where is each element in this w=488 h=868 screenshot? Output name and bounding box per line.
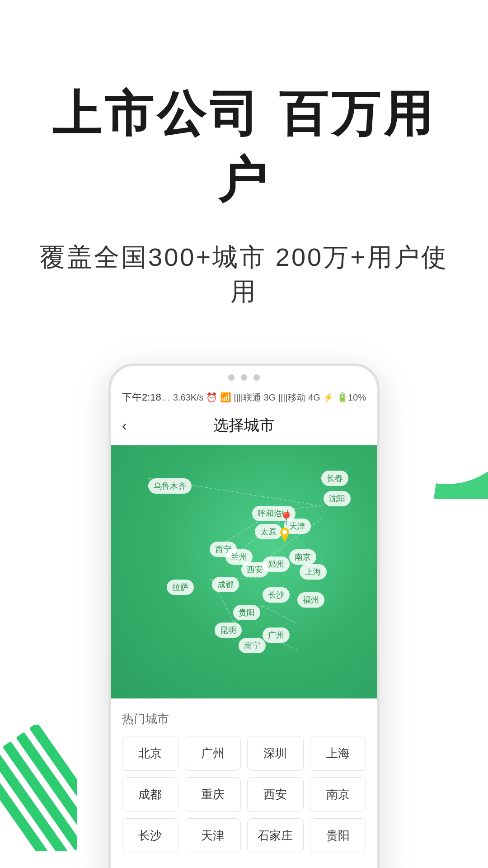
phone-top [111, 366, 377, 387]
map-city-label[interactable]: 拉萨 [167, 580, 194, 595]
map-city-label[interactable]: 成都 [212, 577, 239, 592]
city-button[interactable]: 上海 [310, 736, 366, 771]
phone-mockup: 下午2:18 … 3.63K/s ⏰ 📶 ||||联通 3G ||||移动 4G… [108, 363, 380, 868]
svg-line-9 [263, 606, 297, 623]
map-city-label[interactable]: 乌鲁木齐 [148, 478, 192, 494]
map-area[interactable]: .route { stroke: rgba(255,255,255,0.4); … [111, 445, 377, 698]
hot-cities-title: 热门城市 [122, 711, 366, 727]
city-button[interactable]: 西安 [247, 777, 304, 812]
stripe-decoration [0, 725, 77, 851]
city-button[interactable]: 南京 [310, 777, 366, 812]
city-button[interactable]: 深圳 [247, 736, 304, 771]
city-button[interactable]: 广州 [185, 736, 241, 771]
city-button[interactable]: 贵阳 [310, 818, 366, 853]
status-bar: 下午2:18 … 3.63K/s ⏰ 📶 ||||联通 3G ||||移动 4G… [111, 387, 377, 408]
map-city-label[interactable]: 太原 [255, 524, 282, 539]
map-city-label[interactable]: 广州 [263, 627, 290, 643]
dot-1 [228, 374, 235, 381]
map-city-label[interactable]: 南京 [289, 549, 316, 565]
map-city-label[interactable]: 郑州 [263, 557, 290, 572]
status-info: … 3.63K/s ⏰ 📶 ||||联通 3G ||||移动 4G ⚡ 🔋10% [161, 392, 366, 404]
page-title: 选择城市 [213, 415, 275, 436]
map-city-label[interactable]: 长沙 [263, 587, 290, 603]
svg-point-15 [282, 530, 287, 534]
app-header: ‹ 选择城市 [111, 408, 377, 445]
city-button[interactable]: 天津 [185, 818, 241, 853]
hot-cities-section: 热门城市 北京广州深圳上海成都重庆西安南京长沙天津石家庄贵阳 [111, 698, 377, 864]
dot-2 [241, 374, 247, 381]
phone-dots [228, 374, 260, 387]
city-button[interactable]: 长沙 [122, 818, 178, 853]
city-button[interactable]: 石家庄 [247, 818, 304, 853]
city-button[interactable]: 北京 [122, 736, 178, 771]
map-city-label[interactable]: 贵阳 [233, 605, 260, 620]
status-time: 下午2:18 [122, 391, 161, 404]
map-city-label[interactable]: 长春 [321, 471, 348, 486]
dot-3 [253, 374, 260, 381]
map-city-label[interactable]: 福州 [297, 592, 324, 608]
map-city-label[interactable]: 上海 [300, 564, 327, 580]
map-location-pin[interactable] [278, 511, 291, 528]
map-city-label[interactable]: 沈阳 [324, 491, 351, 506]
city-button[interactable]: 重庆 [185, 777, 241, 812]
map-city-label[interactable]: 南宁 [239, 638, 266, 653]
map-city-label[interactable]: 昆明 [215, 623, 242, 638]
green-arc-decoration [389, 363, 488, 499]
sub-title: 覆盖全国300+城市 200万+用户使用 [36, 241, 452, 309]
svg-marker-14 [281, 535, 288, 542]
bottom-region-text: 阿坝藏族羌族自治州 [111, 864, 377, 868]
cities-grid: 北京广州深圳上海成都重庆西安南京长沙天津石家庄贵阳 [122, 736, 366, 853]
back-button[interactable]: ‹ [122, 417, 127, 434]
city-button[interactable]: 成都 [122, 777, 178, 812]
main-title: 上市公司 百万用户 [36, 81, 452, 213]
